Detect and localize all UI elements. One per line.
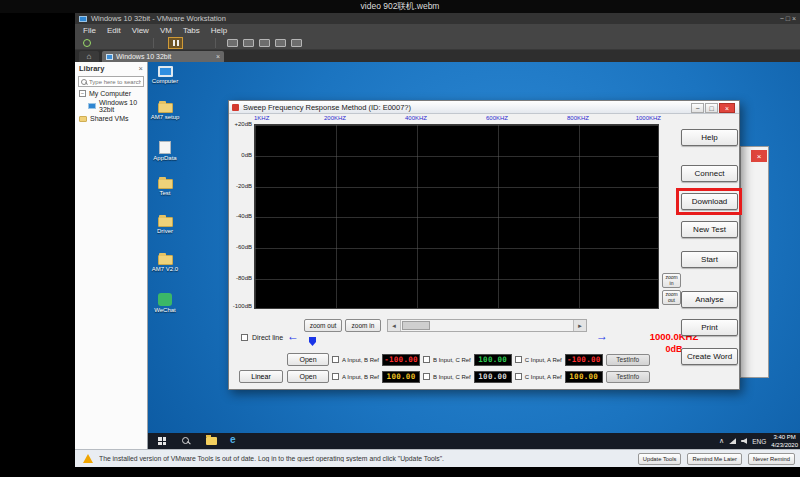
vmware-toolbar — [75, 36, 800, 50]
y-tick-label: -80dB — [225, 275, 252, 281]
vm-tab[interactable]: Windows 10 32bit × — [102, 51, 224, 62]
channel-value-display: -100.00 — [565, 354, 603, 366]
chart-zoom-out-button[interactable]: zoom out — [662, 290, 681, 305]
tree-item-shared-vms[interactable]: Shared VMs — [75, 113, 147, 122]
testinfo-button[interactable]: TestInfo — [606, 354, 650, 366]
desktop-icon-am7-v2[interactable]: AM7 V2.0 — [147, 255, 183, 273]
update-tools-button[interactable]: Update Tools — [638, 453, 682, 465]
vmware-app-icon — [79, 16, 87, 22]
menu-tabs[interactable]: Tabs — [183, 26, 200, 35]
edge-browser-icon[interactable]: e — [230, 434, 236, 445]
tree-item-my-computer[interactable]: − My Computer — [75, 88, 147, 97]
zoom-out-button[interactable]: zoom out — [304, 319, 342, 332]
document-icon — [159, 141, 171, 154]
open-button[interactable]: Open — [287, 370, 329, 383]
close-button[interactable]: × — [719, 103, 735, 113]
power-button-icon[interactable] — [83, 39, 91, 47]
minimize-button[interactable]: − — [691, 103, 704, 113]
library-search — [78, 76, 144, 87]
collapse-icon[interactable]: − — [79, 90, 86, 97]
file-explorer-icon[interactable] — [206, 437, 217, 445]
start-button[interactable]: Start — [681, 251, 738, 268]
menu-help[interactable]: Help — [211, 26, 227, 35]
volume-icon[interactable] — [741, 438, 747, 444]
channel-checkbox[interactable] — [332, 373, 339, 380]
desktop-icon-appdata[interactable]: AppData — [147, 141, 183, 162]
app-titlebar[interactable]: Sweep Frequency Response Method (ID: E00… — [229, 101, 739, 114]
x-tick-label: 600KHZ — [477, 115, 517, 121]
tree-item-vm[interactable]: Windows 10 32bit — [75, 97, 147, 113]
start-button[interactable] — [158, 437, 166, 445]
video-titlebar: video 902联机.webm — [0, 0, 800, 13]
library-close-icon[interactable]: × — [139, 64, 143, 73]
help-button[interactable]: Help — [681, 129, 738, 146]
y-tick-label: -60dB — [225, 244, 252, 250]
scroll-right-icon[interactable]: ► — [573, 320, 586, 331]
desktop-icon-am7-setup[interactable]: AM7 setup — [147, 103, 183, 121]
library-search-input[interactable] — [89, 79, 141, 85]
create-word-button[interactable]: Create Word — [681, 348, 738, 365]
scrollbar-track[interactable] — [401, 320, 573, 331]
frequency-cursor[interactable] — [309, 337, 316, 346]
suspend-button[interactable] — [168, 37, 183, 49]
channel-checkbox[interactable] — [515, 373, 522, 380]
desktop-icon-wechat[interactable]: WeChat — [147, 293, 183, 314]
menu-view[interactable]: View — [132, 26, 149, 35]
wechat-icon — [158, 293, 172, 306]
analyse-button[interactable]: Analyse — [681, 291, 738, 308]
zoom-in-button[interactable]: zoom in — [345, 319, 381, 332]
screenshot-stage: video 902联机.webm Windows 10 32bit - VMwa… — [0, 0, 800, 477]
tray-expand-icon[interactable]: ∧ — [719, 437, 724, 445]
chart-scrollbar[interactable]: ◄ ► — [387, 319, 587, 332]
close-icon[interactable]: × — [751, 150, 767, 162]
fullscreen-icon[interactable] — [227, 39, 238, 47]
desktop-icon-driver[interactable]: Driver — [147, 217, 183, 235]
network-icon[interactable] — [729, 438, 736, 444]
computer-icon — [158, 66, 173, 77]
channel-checkbox[interactable] — [515, 356, 522, 363]
connect-button[interactable]: Connect — [681, 165, 738, 182]
desktop-icon-test[interactable]: Test — [147, 179, 183, 197]
open-button[interactable]: Open — [287, 353, 329, 366]
app-icon — [232, 104, 239, 111]
y-tick-label: -40dB — [225, 213, 252, 219]
desktop-icon-computer[interactable]: Computer — [147, 66, 183, 85]
vm-tab-label: Windows 10 32bit — [116, 53, 171, 60]
unity-mode-icon[interactable] — [243, 39, 254, 47]
testinfo-button[interactable]: TestInfo — [606, 371, 650, 383]
never-remind-button[interactable]: Never Remind — [748, 453, 795, 465]
snapshot-icon[interactable] — [275, 39, 286, 47]
remind-me-later-button[interactable]: Remind Me Later — [687, 453, 741, 465]
taskbar-search-icon[interactable] — [182, 437, 190, 445]
cursor-left-arrow-icon[interactable]: ← — [287, 329, 299, 343]
warning-icon — [83, 454, 93, 463]
y-tick-label: -20dB — [225, 183, 252, 189]
cursor-right-arrow-icon[interactable]: → — [596, 329, 608, 343]
channel-checkbox[interactable] — [332, 356, 339, 363]
console-view-icon[interactable] — [259, 39, 270, 47]
vmware-window-controls[interactable]: − □ × — [780, 15, 796, 22]
maximize-button[interactable]: □ — [705, 103, 718, 113]
print-button[interactable]: Print — [681, 319, 738, 336]
linear-button[interactable]: Linear — [239, 370, 283, 383]
menu-file[interactable]: File — [83, 26, 96, 35]
taskbar-clock[interactable]: 3:40 PM 4/23/2020 — [771, 433, 798, 449]
menu-edit[interactable]: Edit — [107, 26, 121, 35]
home-tab[interactable]: ⌂ — [79, 51, 99, 62]
scrollbar-thumb[interactable] — [402, 321, 430, 330]
language-indicator[interactable]: ENG — [752, 438, 766, 445]
menu-vm[interactable]: VM — [160, 26, 172, 35]
channel-checkbox[interactable] — [423, 373, 430, 380]
measurement-row-2: Open A Input, B Ref 100.00 B Input, C Re… — [287, 370, 650, 383]
chart-zoom-in-button[interactable]: zoom in — [662, 273, 681, 288]
new-test-button[interactable]: New Test — [681, 221, 738, 238]
direct-line-label: Direct line — [252, 334, 283, 341]
vmware-window-title: Windows 10 32bit - VMware Workstation — [91, 14, 226, 23]
tree-label: Windows 10 32bit — [99, 99, 147, 113]
library-toggle-icon[interactable] — [291, 39, 302, 47]
direct-line-checkbox[interactable] — [241, 334, 248, 341]
scroll-left-icon[interactable]: ◄ — [388, 320, 401, 331]
background-window: × — [740, 146, 769, 378]
tab-close-icon[interactable]: × — [216, 53, 220, 60]
channel-checkbox[interactable] — [423, 356, 430, 363]
